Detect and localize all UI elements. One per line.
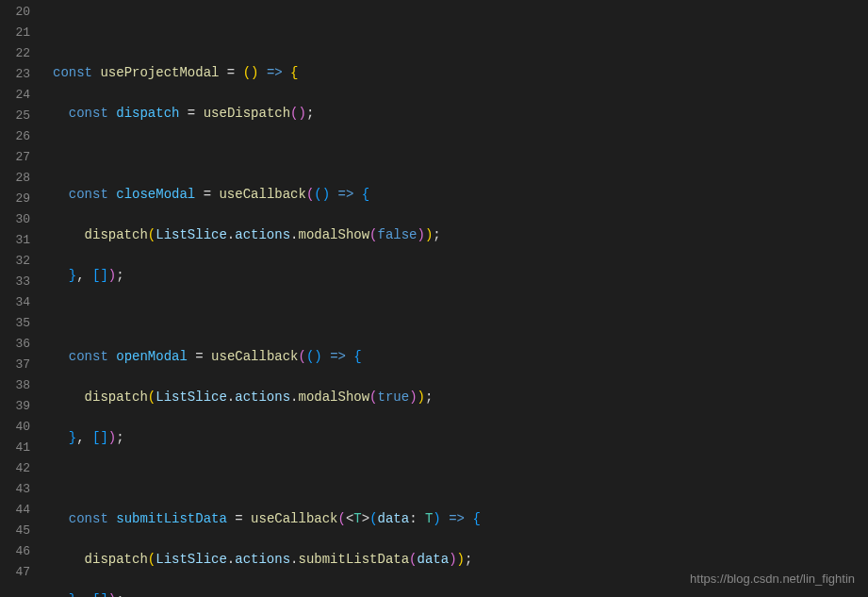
line-number: 33	[8, 272, 30, 292]
code-line: const submitListData = useCallback(<T>(d…	[53, 508, 868, 529]
line-number: 43	[8, 479, 30, 500]
line-number: 24	[8, 85, 30, 106]
line-number: 39	[8, 396, 30, 417]
line-number: 42	[8, 458, 30, 479]
code-line: }, []);	[53, 427, 868, 448]
code-line	[53, 306, 868, 326]
line-number: 27	[8, 147, 30, 168]
line-number: 20	[8, 2, 30, 23]
line-number: 38	[8, 375, 30, 396]
code-line: const openModal = useCallback(() => {	[53, 346, 868, 367]
line-number: 25	[8, 106, 30, 126]
line-number-gutter: 20 21 22 23 24 25 26 27 28 29 30 31 32 3…	[0, 0, 41, 597]
code-line: const useProjectModal = () => {	[53, 62, 868, 83]
code-line: dispatch(ListSlice.actions.submitListDat…	[53, 549, 868, 570]
line-number: 26	[8, 126, 30, 147]
code-line: const closeModal = useCallback(() => {	[53, 184, 868, 205]
line-number: 41	[8, 438, 30, 458]
line-number: 34	[8, 292, 30, 313]
code-line: }, []);	[53, 265, 868, 286]
code-line	[53, 468, 868, 489]
watermark-text: https://blog.csdn.net/lin_fightin	[690, 570, 855, 589]
code-area[interactable]: const useProjectModal = () => { const di…	[41, 0, 868, 597]
line-number: 32	[8, 251, 30, 272]
code-line: }, []);	[53, 589, 868, 597]
line-number: 35	[8, 313, 30, 334]
line-number: 29	[8, 189, 30, 209]
line-number: 23	[8, 64, 30, 85]
line-number: 28	[8, 168, 30, 189]
code-line: const dispatch = useDispatch();	[53, 103, 868, 124]
code-line	[53, 143, 868, 164]
line-number: 46	[8, 541, 30, 562]
code-line	[53, 22, 868, 42]
line-number: 31	[8, 230, 30, 251]
code-editor[interactable]: 20 21 22 23 24 25 26 27 28 29 30 31 32 3…	[0, 0, 868, 597]
line-number: 30	[8, 209, 30, 230]
line-number: 36	[8, 334, 30, 355]
line-number: 45	[8, 521, 30, 541]
line-number: 47	[8, 562, 30, 583]
line-number: 37	[8, 355, 30, 375]
code-line: dispatch(ListSlice.actions.modalShow(tru…	[53, 387, 868, 407]
line-number: 40	[8, 417, 30, 438]
line-number: 44	[8, 500, 30, 521]
line-number: 22	[8, 43, 30, 64]
line-number: 21	[8, 23, 30, 43]
code-line: dispatch(ListSlice.actions.modalShow(fal…	[53, 224, 868, 245]
